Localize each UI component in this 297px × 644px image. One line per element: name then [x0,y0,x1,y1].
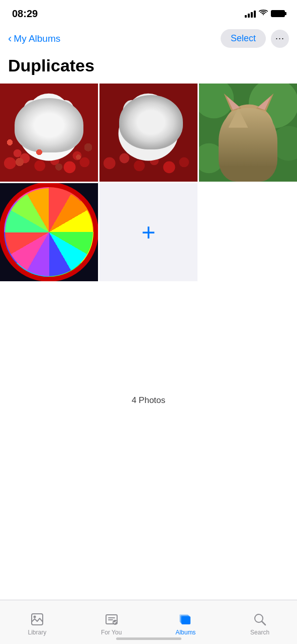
svg-line-53 [251,135,264,136]
svg-point-4 [50,156,59,166]
for-you-icon [104,612,119,627]
svg-point-3 [34,160,45,171]
svg-point-6 [79,157,89,167]
svg-point-57 [15,198,83,266]
albums-icon [178,612,193,627]
svg-line-77 [262,621,265,625]
svg-point-26 [127,94,169,133]
svg-point-60 [25,208,72,256]
cat-image [199,84,297,182]
svg-point-65 [44,227,48,231]
svg-point-68 [33,615,36,618]
svg-point-66 [21,204,77,260]
select-button[interactable]: Select [221,29,266,48]
svg-point-11 [24,100,42,122]
photo-cell-1[interactable] [0,84,98,182]
back-label: My Albums [14,33,60,44]
svg-line-52 [251,132,264,133]
svg-point-25 [119,106,178,161]
svg-point-47 [252,118,261,130]
dog1-image [0,84,98,182]
nav-bar: ‹ My Albums Select ··· [0,25,297,54]
svg-point-29 [140,108,145,113]
svg-point-1 [4,157,16,169]
svg-point-27 [123,100,141,122]
more-button[interactable]: ··· [271,30,289,48]
svg-point-17 [45,116,52,121]
svg-point-39 [222,128,276,182]
svg-point-63 [39,222,59,242]
library-tab-label: Library [28,629,47,636]
page-title: Duplicates [0,54,297,84]
status-time: 08:29 [12,8,38,20]
svg-point-33 [145,116,152,121]
wifi-icon [259,9,268,18]
nav-actions: Select ··· [221,29,289,48]
svg-point-28 [156,100,174,122]
svg-point-21 [134,160,145,171]
svg-point-55 [4,187,93,277]
home-indicator [116,637,181,640]
photo-count: 4 Photos [0,383,297,414]
svg-point-7 [14,149,22,157]
svg-point-2 [20,153,30,164]
svg-point-30 [151,108,156,113]
svg-point-56 [13,196,85,268]
svg-point-58 [19,202,79,262]
svg-point-37 [271,126,297,160]
svg-point-19 [104,157,116,169]
add-photo-cell[interactable]: + [100,183,197,281]
svg-point-23 [163,161,175,173]
tab-albums[interactable]: Albums [149,612,223,636]
svg-point-10 [28,94,69,133]
photo-cell-3[interactable] [199,84,297,182]
status-icons [245,9,285,18]
svg-point-40 [224,105,273,152]
svg-point-46 [239,119,243,129]
svg-rect-75 [179,614,188,622]
for-you-tab-label: For You [101,629,122,636]
svg-point-24 [179,157,189,167]
signal-icon [245,10,256,18]
albums-tab-label: Albums [175,629,195,636]
svg-point-64 [41,224,57,240]
add-icon: + [141,220,155,245]
svg-line-50 [234,132,246,133]
svg-point-16 [54,109,56,111]
back-chevron-icon: ‹ [8,33,12,44]
svg-point-61 [31,214,48,229]
svg-rect-0 [0,84,98,182]
back-button[interactable]: ‹ My Albums [8,33,60,44]
svg-point-20 [120,153,130,164]
search-icon [252,612,267,627]
svg-point-45 [237,118,246,130]
svg-point-62 [55,223,60,228]
photo-grid: + [0,84,297,283]
svg-point-12 [56,100,74,122]
svg-point-9 [19,106,79,161]
svg-marker-49 [246,131,251,134]
svg-point-48 [254,119,258,129]
search-tab-label: Search [250,629,269,636]
tab-library[interactable]: Library [0,612,74,636]
dog2-image [100,84,197,182]
svg-line-51 [234,135,246,136]
photo-cell-2[interactable] [100,84,197,182]
svg-point-15 [43,109,45,111]
tab-for-you[interactable]: For You [74,612,149,636]
svg-point-59 [23,206,75,258]
svg-point-5 [64,161,76,173]
library-icon [30,612,45,627]
camera-image [0,183,98,281]
battery-icon [271,10,285,17]
photo-cell-4[interactable] [0,183,98,281]
svg-point-31 [142,109,144,111]
svg-point-14 [52,108,57,113]
svg-point-38 [199,143,224,173]
svg-point-8 [73,151,82,160]
status-bar: 08:29 [0,0,297,25]
svg-point-13 [41,108,46,113]
svg-point-32 [153,109,155,111]
tab-search[interactable]: Search [223,612,297,636]
